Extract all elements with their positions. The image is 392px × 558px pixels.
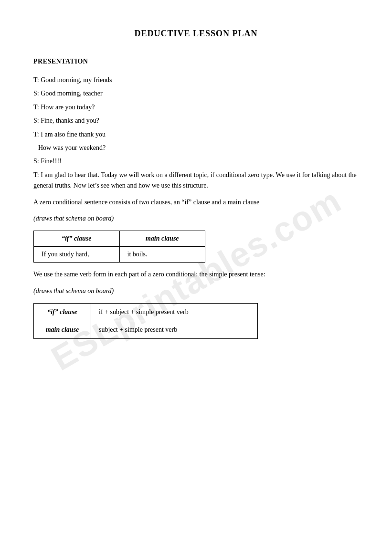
dialogue-text-3: How are you today? [41,104,95,111]
definition-paragraph: A zero conditional sentence consists of … [33,197,359,208]
dialogue-line-4: S: Fine, thanks and you? [33,116,359,126]
table2-label-main: main clause [34,321,91,338]
intro-paragraph: T: I am glad to hear that. Today we will… [33,170,359,191]
dialogue-line-2: S: Good morning, teacher [33,88,359,99]
dialogue-line-7: S: Fine!!!! [33,156,359,167]
speaker-s3: S: [33,158,41,165]
table1-header-if: “if” clause [34,231,120,246]
presentation-section: PRESENTATION T: Good morning, my friends… [33,58,359,346]
dialogue-text-6: How was your weekend? [38,144,106,151]
dialogue-text-2: Good morning, teacher [41,90,102,97]
dialogue-line-6: How was your weekend? [38,143,359,153]
table2-value-if: if + subject + simple present verb [91,304,257,321]
section-heading: PRESENTATION [33,58,359,65]
table1: “if” clause main clause If you study har… [33,231,205,263]
table1-header-row: “if” clause main clause [34,231,205,247]
speaker-t3: T: [33,131,41,138]
table2: “if” clause if + subject + simple presen… [33,303,258,339]
page-title: DEDUCTIVE LESSON PLAN [33,29,359,39]
speaker-s2: S: [33,117,41,124]
table1-cell-if: If you study hard, [34,247,120,262]
table2-value-main: subject + simple present verb [91,321,257,338]
dialogue-line-1: T: Good morning, my friends [33,75,359,85]
dialogue-text-1: Good morning, my friends [41,76,112,84]
verb-form-paragraph: We use the same verb form in each part o… [33,269,359,280]
table2-row-2: main clause subject + simple present ver… [34,321,257,338]
schema-note-1: (draws that schema on board) [33,213,359,224]
dialogue-line-5: T: I am also fine thank you [33,129,359,140]
dialogue-line-3: T: How are you today? [33,102,359,113]
speaker-s1: S: [33,90,41,97]
table2-label-if: “if” clause [34,304,91,321]
dialogue-text-5: I am also fine thank you [41,131,106,138]
schema-note-2: (draws that schema on board) [33,286,359,296]
table1-header-main: main clause [120,231,205,246]
speaker-t2: T: [33,104,41,111]
dialogue-text-7: Fine!!!! [41,158,62,165]
table1-cell-main: it boils. [120,247,205,262]
speaker-t1: T: [33,76,41,84]
table1-row-1: If you study hard, it boils. [34,247,205,262]
dialogue-text-4: Fine, thanks and you? [41,117,99,124]
table2-row-1: “if” clause if + subject + simple presen… [34,304,257,321]
